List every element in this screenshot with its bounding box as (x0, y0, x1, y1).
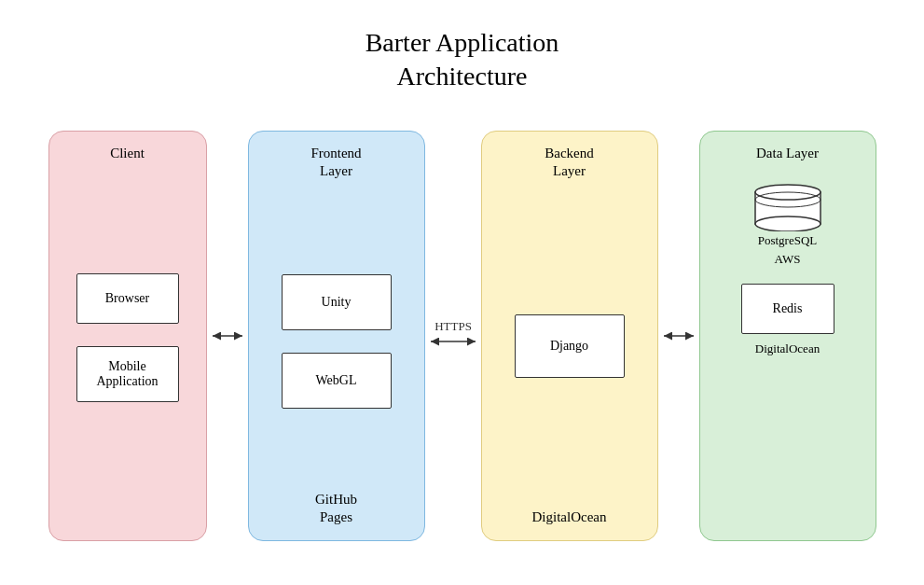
svg-text:HTTPS: HTTPS (434, 319, 472, 333)
aws-label: AWS (775, 252, 801, 267)
frontend-layer: Frontend Layer Unity WebGL GitHub Pages (248, 131, 425, 541)
backend-layer-title: Backend Layer (545, 145, 593, 181)
redis-group: Redis DigitalOcean (741, 284, 834, 356)
django-box: Django (515, 314, 625, 378)
postgresql-cylinder-icon (754, 179, 821, 231)
backend-sublabel: DigitalOcean (482, 508, 657, 527)
browser-box: Browser (76, 273, 179, 324)
redis-box: Redis (741, 284, 834, 334)
data-layer: Data Layer PostgreSQL AWS Redis DigitalO (699, 131, 876, 541)
arrow-backend-data (658, 327, 699, 345)
postgresql-group: PostgreSQL AWS (754, 179, 821, 267)
frontend-sublabel: GitHub Pages (249, 491, 424, 527)
unity-box: Unity (282, 274, 392, 330)
client-layer: Client Browser Mobile Application (48, 131, 207, 541)
postgresql-label: PostgreSQL (758, 233, 818, 248)
svg-point-5 (755, 216, 821, 231)
arrow-client-frontend (207, 327, 248, 345)
architecture-diagram: Client Browser Mobile Application (15, 117, 910, 555)
frontend-layer-title: Frontend Layer (310, 145, 361, 181)
backend-layer: Backend Layer Django DigitalOcean (481, 131, 658, 541)
digitalocean-label-data: DigitalOcean (755, 341, 820, 356)
page-title: Barter Application Architecture (365, 26, 559, 94)
arrow-frontend-backend: HTTPS (425, 319, 481, 353)
mobile-app-box: Mobile Application (76, 346, 179, 402)
webgl-box: WebGL (282, 353, 392, 409)
data-layer-title: Data Layer (756, 145, 819, 163)
client-layer-title: Client (110, 145, 145, 163)
